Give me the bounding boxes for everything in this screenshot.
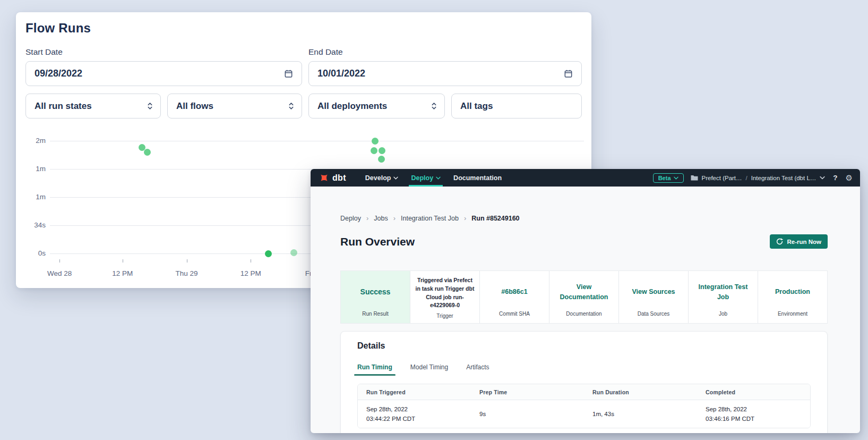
summary-card-environment: Production Environment (758, 271, 827, 323)
beta-dropdown[interactable]: Beta (653, 173, 684, 183)
breadcrumb-run-number: Run #85249160 (471, 215, 519, 222)
y-axis-tick-label: 2m (16, 137, 46, 145)
view-sources-link[interactable]: View Sources (623, 276, 684, 308)
view-documentation-link[interactable]: View Documentation (554, 276, 614, 308)
details-card: Details Run Timing Model Timing Artifact… (340, 331, 828, 433)
breadcrumb-separator: › (366, 214, 368, 222)
header-run-duration: Run Duration (584, 384, 697, 400)
header-prep-time: Prep Time (471, 384, 584, 400)
calendar-icon[interactable] (284, 69, 293, 78)
table-row: Sep 28th, 2022 03:44:22 PM CDT 9s 1m, 43… (358, 400, 810, 428)
commit-sha-link[interactable]: #6b86c1 (484, 276, 545, 308)
beta-label: Beta (658, 175, 671, 181)
tags-filter[interactable]: All tags (451, 94, 582, 119)
flow-runs-title: Flow Runs (25, 21, 91, 36)
y-axis-tick-label: 1m (16, 193, 46, 201)
refresh-icon (776, 238, 783, 245)
dbt-logo-text: dbt (332, 173, 346, 183)
x-axis-tick-label: Wed 28 (36, 269, 83, 277)
run-timing-table: Run Triggered Prep Time Run Duration Com… (357, 384, 811, 428)
x-axis-tick-mark (123, 259, 123, 263)
summary-card-job: Integration Test Job Job (689, 271, 758, 323)
flow-run-point[interactable] (290, 249, 297, 256)
deployments-filter[interactable]: All deployments (308, 94, 445, 119)
folder-icon (691, 175, 698, 181)
start-date-input[interactable] (25, 61, 302, 86)
data-sources-label: Data Sources (623, 311, 684, 317)
tab-model-timing[interactable]: Model Timing (410, 363, 448, 376)
cell-run-triggered: Sep 28th, 2022 03:44:22 PM CDT (358, 400, 471, 428)
chevron-down-icon (674, 176, 678, 180)
end-date-label: End Date (308, 47, 343, 57)
flow-run-point[interactable] (372, 138, 379, 145)
chevron-down-icon (393, 176, 398, 180)
breadcrumb-deploy[interactable]: Deploy (340, 215, 361, 222)
x-axis-tick-mark (251, 259, 251, 263)
run-triggered-date: Sep 28th, 2022 (366, 404, 471, 414)
nav-item-documentation[interactable]: Documentation (447, 169, 508, 187)
cell-prep-time: 9s (471, 400, 584, 428)
project-environment-switcher[interactable]: Prefect (Part… / Integration Test (dbt L… (691, 175, 826, 181)
flow-run-point[interactable] (379, 147, 385, 154)
gear-icon[interactable]: ⚙ (846, 174, 853, 182)
breadcrumb-integration-test-job[interactable]: Integration Test Job (401, 215, 459, 222)
run-states-filter-label: All run states (35, 101, 92, 112)
start-date-value[interactable] (35, 68, 242, 79)
flow-run-point[interactable] (144, 149, 151, 156)
run-states-filter[interactable]: All run states (25, 94, 161, 119)
flows-filter[interactable]: All flows (167, 94, 302, 119)
end-date-input[interactable] (308, 61, 582, 86)
project-env-separator: / (746, 175, 747, 181)
calendar-icon[interactable] (564, 69, 573, 78)
summary-card-run-result: Success Run Result (341, 271, 410, 323)
breadcrumb-jobs[interactable]: Jobs (374, 215, 388, 222)
nav-item-develop[interactable]: Develop (359, 169, 405, 187)
summary-card-data-sources: View Sources Data Sources (619, 271, 689, 323)
dbt-logo-icon (319, 172, 330, 183)
page-title: Run Overview (340, 235, 415, 248)
run-result-value: Success (345, 276, 406, 308)
y-axis-tick-label: 0s (16, 249, 46, 257)
flow-run-point[interactable] (265, 250, 272, 257)
tab-artifacts[interactable]: Artifacts (466, 363, 489, 376)
details-tabs: Run Timing Model Timing Artifacts (357, 363, 811, 376)
details-title: Details (357, 341, 811, 351)
commit-sha-label: Commit SHA (484, 311, 545, 317)
environment-link[interactable]: Production (762, 276, 823, 308)
flow-run-point[interactable] (378, 156, 385, 163)
run-triggered-time: 03:44:22 PM CDT (366, 414, 471, 424)
rerun-now-button[interactable]: Re-run Now (770, 234, 828, 249)
dbt-logo[interactable]: dbt (319, 169, 346, 187)
flow-run-point[interactable] (371, 147, 377, 154)
job-label: Job (693, 311, 753, 317)
nav-item-deploy[interactable]: Deploy (405, 169, 447, 187)
x-axis-tick-label: Thu 29 (163, 269, 211, 277)
nav-item-label: Develop (365, 174, 391, 182)
trigger-label: Trigger (415, 313, 475, 319)
completed-date: Sep 28th, 2022 (706, 404, 810, 414)
x-axis-tick-mark (187, 259, 187, 263)
job-link[interactable]: Integration Test Job (693, 276, 753, 308)
chevron-down-icon (820, 176, 825, 180)
breadcrumb-separator: › (393, 214, 396, 222)
header-completed: Completed (697, 384, 810, 400)
dbt-body: Deploy › Jobs › Integration Test Job › R… (311, 187, 860, 433)
environment-name: Integration Test (dbt L… (751, 175, 817, 181)
flows-filter-label: All flows (176, 101, 213, 112)
help-icon[interactable]: ? (832, 174, 838, 182)
dbt-cloud-window: dbt Develop Deploy Documentation (311, 169, 860, 433)
project-name: Prefect (Part… (702, 175, 742, 181)
deployments-filter-label: All deployments (317, 101, 387, 112)
x-axis-tick-mark (59, 259, 60, 263)
x-axis-tick-label: 12 PM (99, 269, 147, 277)
nav-item-label: Documentation (453, 174, 502, 182)
dbt-navbar: dbt Develop Deploy Documentation (311, 169, 860, 187)
x-axis-tick-label: 12 PM (227, 269, 274, 277)
chevron-down-icon (436, 176, 441, 180)
breadcrumb: Deploy › Jobs › Integration Test Job › R… (340, 214, 520, 222)
summary-card-trigger: Triggered via Prefect in task run Trigge… (410, 271, 480, 323)
summary-card-commit-sha: #6b86c1 Commit SHA (480, 271, 549, 323)
end-date-value[interactable] (317, 68, 522, 79)
select-chevrons-icon (288, 101, 294, 111)
tab-run-timing[interactable]: Run Timing (357, 363, 392, 376)
